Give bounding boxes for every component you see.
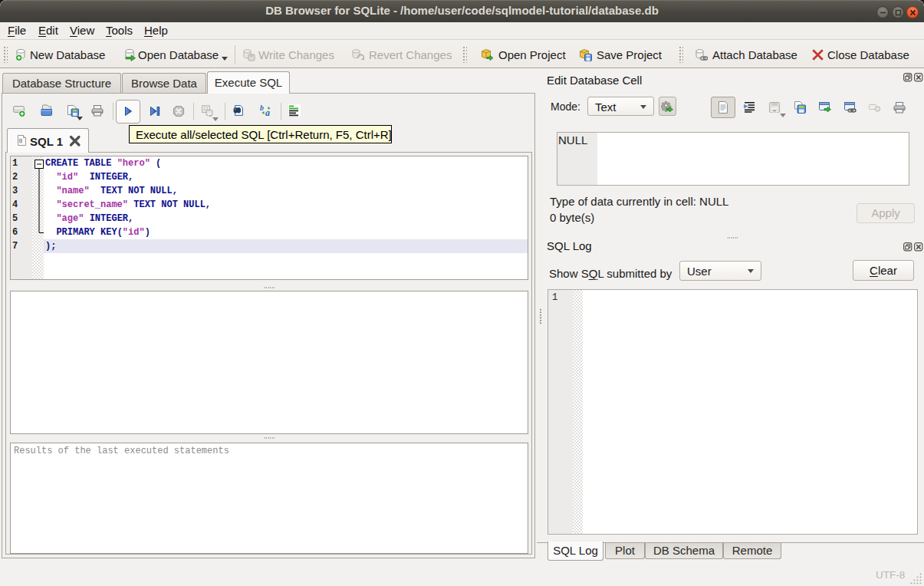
svg-text:b: b xyxy=(260,104,264,112)
